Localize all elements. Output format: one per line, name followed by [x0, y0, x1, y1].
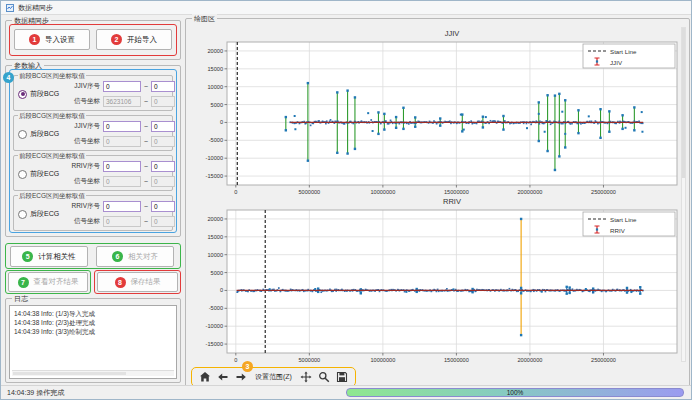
svg-text:10000: 10000 [207, 252, 223, 258]
信号坐标-from-field[interactable]: 0 [103, 216, 141, 227]
log-horizontal-scrollbar[interactable] [12, 370, 174, 376]
rriv-chart-svg: 0500000010000000150000002000000025000000… [191, 195, 681, 363]
param-row: RRIV序号0~0 [66, 161, 175, 172]
progress-bar: 100% [346, 388, 684, 397]
correlation-align-label: 相关对齐 [128, 252, 158, 262]
radio-后段BCG[interactable]: 后段BCG [18, 129, 59, 139]
back-arrow-icon[interactable] [217, 371, 229, 383]
svg-text:15000000: 15000000 [444, 357, 469, 363]
log-list[interactable]: 14:04:38 Info: (1/3)导入完成14:04:38 Info: (… [9, 305, 177, 379]
JJIV序号-to-field[interactable]: 0 [151, 81, 175, 92]
svg-text:25000000: 25000000 [591, 189, 616, 195]
svg-text:20000000: 20000000 [517, 189, 542, 195]
svg-text:0: 0 [220, 119, 223, 125]
field-label: RRIV序号 [66, 202, 100, 211]
forward-arrow-icon[interactable] [235, 371, 247, 383]
step-badge-2: 2 [111, 34, 122, 45]
range-separator: ~ [144, 83, 148, 90]
JJIV序号-to-field[interactable]: 0 [151, 121, 175, 132]
sync-groupbox: 数据精同步 1 导入设置 2 开始导入 [5, 20, 181, 60]
log-scroll-thumb[interactable] [13, 372, 126, 375]
param-row: 信号坐标0~0 [66, 216, 175, 227]
RRIV序号-from-field[interactable]: 0 [103, 201, 141, 212]
plot-scroll-thumb[interactable] [682, 28, 685, 178]
radio-circle[interactable] [18, 90, 27, 99]
svg-text:0: 0 [234, 357, 237, 363]
RRIV序号-to-field[interactable]: 0 [151, 161, 175, 172]
radio-前段ECG[interactable]: 前段ECG [18, 169, 59, 179]
home-icon[interactable] [199, 371, 211, 383]
svg-text:Start Line: Start Line [610, 48, 637, 55]
range-separator: ~ [144, 163, 148, 170]
param-section-label: 前段ECG区间坐标取值 [18, 152, 86, 160]
save-result-button[interactable]: 8 保存结果 [97, 272, 178, 292]
set-range-button[interactable]: 设置范围(Z) [253, 371, 294, 383]
zoom-icon[interactable] [318, 371, 330, 383]
plot-vertical-scrollbar[interactable] [681, 27, 686, 362]
RRIV序号-to-field[interactable]: 0 [151, 201, 175, 212]
radio-label: 前段BCG [30, 89, 59, 99]
svg-text:-5000: -5000 [209, 305, 223, 311]
start-import-button[interactable]: 2 开始导入 [96, 29, 172, 50]
field-label: JJIV序号 [66, 82, 100, 91]
param-row: 信号坐标0~0 [66, 176, 175, 187]
plot-groupbox: 绘图区 050000001000000015000000200000002500… [185, 18, 690, 389]
field-label: 信号坐标 [66, 137, 100, 146]
radio-label: 后段BCG [30, 129, 59, 139]
rriv-chart: 0500000010000000150000002000000025000000… [191, 195, 681, 363]
step-badge-5: 5 [22, 251, 33, 262]
param-section-label: 后段ECG区间坐标取值 [18, 192, 86, 200]
param-row: RRIV序号0~0 [66, 201, 175, 212]
param-row: JJIV序号0~0 [66, 81, 175, 92]
radio-前段BCG[interactable]: 前段BCG [18, 89, 59, 99]
step-badge-8: 8 [115, 277, 126, 288]
plot-toolbar: 3 设置范围(Z) [191, 367, 356, 387]
param-section-1: 后段BCG区间坐标取值后段BCGJJIV序号0~0信号坐标0~0 [13, 115, 173, 151]
JJIV序号-from-field[interactable]: 0 [103, 121, 141, 132]
pan-icon[interactable] [300, 371, 312, 383]
svg-text:-15000: -15000 [206, 173, 223, 179]
信号坐标-from-field[interactable]: 3623106 [103, 96, 141, 107]
field-label: 信号坐标 [66, 217, 100, 226]
save-icon[interactable] [336, 371, 348, 383]
svg-text:10000000: 10000000 [370, 189, 395, 195]
radio-circle[interactable] [18, 170, 27, 179]
信号坐标-from-field[interactable]: 0 [103, 176, 141, 187]
import-settings-button[interactable]: 1 导入设置 [14, 29, 90, 50]
svg-text:15000000: 15000000 [444, 189, 469, 195]
params-sections: 前段BCG区间坐标取值前段BCGJJIV序号0~0信号坐标3623106~0后段… [11, 71, 175, 231]
param-section-3: 后段ECG区间坐标取值后段ECGRRIV序号0~0信号坐标0~0 [13, 195, 173, 231]
correlation-align-button[interactable]: 6 相关对齐 [96, 246, 174, 267]
view-align-result-button[interactable]: 7 查看对齐结果 [8, 272, 88, 292]
step-badge-6: 6 [112, 251, 123, 262]
信号坐标-to-field[interactable]: 0 [151, 96, 175, 107]
svg-text:-5000: -5000 [209, 137, 223, 143]
param-section-0: 前段BCG区间坐标取值前段BCGJJIV序号0~0信号坐标3623106~0 [13, 75, 173, 111]
range-separator: ~ [144, 218, 148, 225]
信号坐标-from-field[interactable]: 0 [103, 136, 141, 147]
RRIV序号-from-field[interactable]: 0 [103, 161, 141, 172]
radio-circle[interactable] [18, 210, 27, 219]
app-icon [6, 4, 14, 12]
svg-text:RRIV: RRIV [610, 227, 626, 234]
svg-text:5000: 5000 [211, 270, 223, 276]
JJIV序号-from-field[interactable]: 0 [103, 81, 141, 92]
svg-text:-10000: -10000 [206, 323, 223, 329]
svg-text:10000000: 10000000 [370, 357, 395, 363]
radio-circle[interactable] [18, 130, 27, 139]
param-section-2: 前段ECG区间坐标取值前段ECGRRIV序号0~0信号坐标0~0 [13, 155, 173, 191]
progress-label: 100% [507, 389, 524, 396]
field-label: 信号坐标 [66, 97, 100, 106]
svg-text:Start Line: Start Line [610, 216, 637, 223]
信号坐标-to-field[interactable]: 0 [151, 176, 175, 187]
信号坐标-to-field[interactable]: 0 [151, 136, 175, 147]
param-section-label: 前段BCG区间坐标取值 [18, 72, 86, 80]
field-label: RRIV序号 [66, 162, 100, 171]
svg-text:5000: 5000 [211, 102, 223, 108]
log-line: 14:04:38 Info: (2/3)处理完成 [14, 318, 172, 327]
param-row: 信号坐标3623106~0 [66, 96, 175, 107]
svg-text:0: 0 [220, 287, 223, 293]
calc-correlation-button[interactable]: 5 计算相关性 [10, 246, 88, 267]
信号坐标-to-field[interactable]: 0 [151, 216, 175, 227]
radio-后段ECG[interactable]: 后段ECG [18, 209, 59, 219]
